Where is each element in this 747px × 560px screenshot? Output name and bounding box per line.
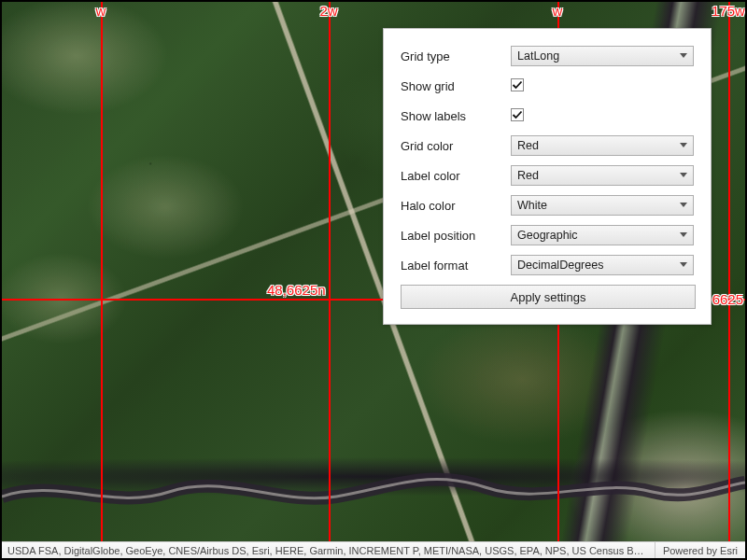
apply-settings-button[interactable]: Apply settings: [401, 285, 696, 309]
show-labels-label: Show labels: [401, 109, 511, 123]
chevron-down-icon: [680, 142, 687, 149]
grid-type-value: LatLong: [517, 49, 559, 63]
grid-label-longitude: w: [553, 3, 563, 19]
grid-settings-panel: Grid type LatLong Show grid Show labels: [383, 28, 712, 325]
label-position-label: Label position: [401, 229, 511, 243]
show-grid-checkbox[interactable]: [511, 78, 524, 91]
check-icon: [512, 109, 523, 120]
show-labels-checkbox[interactable]: [511, 108, 524, 121]
halo-color-label: Halo color: [401, 199, 511, 213]
chevron-down-icon: [680, 261, 687, 269]
grid-label-latitude-edge: 6625: [712, 291, 743, 307]
map-stage: w2ww175w48,6625n6625 USDA FSA, DigitalGl…: [0, 0, 747, 560]
grid-type-select[interactable]: LatLong: [511, 46, 694, 66]
grid-line-vertical: [728, 2, 730, 541]
check-icon: [512, 79, 523, 91]
label-position-value: Geographic: [517, 229, 578, 242]
grid-color-select[interactable]: Red: [511, 135, 694, 156]
attribution-bar: USDA FSA, DigitalGlobe, GeoEye, CNES/Air…: [2, 541, 745, 558]
label-format-select[interactable]: DecimalDegrees: [511, 255, 694, 275]
label-format-label: Label format: [401, 259, 511, 273]
apply-settings-label: Apply settings: [511, 290, 586, 304]
grid-label-longitude: 2w: [319, 3, 337, 19]
grid-label-longitude: w: [96, 3, 106, 19]
grid-label-latitude: 48,6625n: [267, 282, 326, 298]
grid-type-label: Grid type: [401, 49, 511, 63]
chevron-down-icon: [680, 172, 687, 179]
label-color-select[interactable]: Red: [511, 165, 694, 186]
grid-line-vertical: [329, 2, 331, 541]
halo-color-value: White: [517, 199, 547, 212]
label-format-value: DecimalDegrees: [517, 259, 603, 272]
chevron-down-icon: [680, 52, 687, 60]
label-color-label: Label color: [401, 169, 511, 183]
attribution-credits: USDA FSA, DigitalGlobe, GeoEye, CNES/Air…: [2, 545, 655, 556]
label-position-select[interactable]: Geographic: [511, 225, 694, 245]
grid-label-longitude: 175w: [712, 3, 745, 19]
attribution-powered-by[interactable]: Powered by Esri: [655, 542, 745, 558]
grid-line-vertical: [101, 2, 103, 541]
halo-color-select[interactable]: White: [511, 195, 694, 216]
grid-color-label: Grid color: [401, 139, 511, 153]
chevron-down-icon: [680, 231, 687, 239]
label-color-value: Red: [517, 169, 539, 182]
grid-color-value: Red: [517, 139, 539, 152]
show-grid-label: Show grid: [401, 79, 511, 93]
chevron-down-icon: [680, 202, 687, 209]
